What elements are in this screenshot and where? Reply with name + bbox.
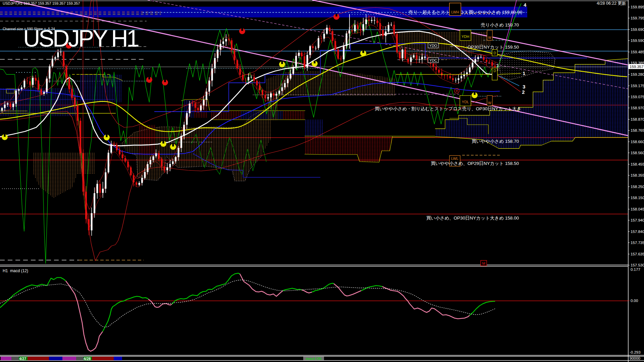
svg-text:158.250: 158.250 [631, 185, 644, 189]
svg-text:157.635: 157.635 [631, 252, 644, 256]
svg-text:USDJPY H1: USDJPY H1 [23, 25, 139, 52]
svg-text:YDH: YDH [462, 35, 469, 39]
svg-text:157.530: 157.530 [631, 263, 644, 267]
svg-text:158.970: 158.970 [631, 106, 644, 110]
svg-text:159.795: 159.795 [631, 16, 644, 20]
svg-text:159.485: 159.485 [631, 50, 644, 54]
svg-text:4/27: 4/27 [19, 357, 26, 361]
svg-text:H1 macd (12): H1 macd (12) [3, 268, 28, 273]
svg-text:YDO: YDO [429, 44, 437, 48]
svg-text:0.00: 0.00 [631, 299, 638, 303]
svg-text:158.355: 158.355 [631, 173, 644, 177]
svg-text:159.590: 159.590 [631, 39, 644, 43]
svg-text:OP30日NYカット 159.50: OP30日NYカット 159.50 [468, 45, 519, 50]
svg-text:YDC: YDC [429, 58, 437, 62]
svg-text:158.870: 158.870 [631, 117, 644, 121]
svg-text:158.455: 158.455 [631, 162, 644, 166]
svg-text:LWL: LWL [451, 157, 459, 161]
svg-text:1: 1 [523, 70, 525, 76]
svg-text:159.075: 159.075 [631, 95, 644, 99]
svg-text:D: D [493, 51, 496, 55]
svg-text:4: 4 [524, 2, 527, 8]
svg-text:159.280: 159.280 [631, 72, 644, 76]
svg-text:158.765: 158.765 [631, 128, 644, 132]
svg-text:W: W [488, 36, 491, 40]
svg-text:W: W [488, 101, 491, 105]
svg-text:M: M [482, 261, 485, 265]
svg-text:USDJPY,H1 159.357 159.357 159: USDJPY,H1 159.357 159.357 159.357 159.35… [3, 1, 80, 5]
svg-text:157.940: 157.940 [631, 218, 644, 222]
svg-text:4/28 06:22 更新: 4/28 06:22 更新 [597, 1, 626, 6]
svg-text:4/28: 4/28 [84, 357, 91, 361]
svg-text:売り小さめ 159.70: 売り小さめ 159.70 [481, 22, 519, 27]
svg-text:159.175: 159.175 [631, 84, 644, 88]
svg-text:158.045: 158.045 [631, 207, 644, 211]
svg-text:0.177: 0.177 [631, 267, 640, 272]
svg-text:2: 2 [522, 89, 525, 95]
svg-text:159.357: 159.357 [630, 65, 644, 69]
svg-text:158.660: 158.660 [631, 140, 644, 144]
svg-text:158.560: 158.560 [631, 151, 644, 155]
svg-text:買い小さめ、OP30日NYカット大きめ 158.00: 買い小さめ、OP30日NYカット大きめ 158.00 [426, 216, 519, 221]
svg-text:3: 3 [523, 84, 525, 89]
svg-text:159.690: 159.690 [631, 27, 644, 32]
svg-text:90000: 90000 [630, 356, 640, 360]
svg-text:売り・超えるとストップロス買いやや小さめ 159.80-90: 売り・超えるとストップロス買いやや小さめ 159.80-90 [409, 10, 522, 15]
svg-text:D: D [493, 69, 496, 73]
svg-text:買いやや小さめ、OP29日NYカット 158.50: 買いやや小さめ、OP29日NYカット 158.50 [431, 161, 519, 166]
svg-text:157.840: 157.840 [631, 230, 644, 234]
svg-text:LWH: LWH [451, 10, 459, 14]
svg-text:macd ON: macd ON [306, 357, 322, 361]
svg-text:買いやや小さめ・割り込むとストップロス売り、OP30日NYカ: 買いやや小さめ・割り込むとストップロス売り、OP30日NYカット大き [375, 106, 521, 111]
svg-text:買いやや小さめ 158.70: 買いやや小さめ 158.70 [472, 139, 519, 144]
svg-text:158.150: 158.150 [631, 196, 644, 200]
svg-text:159.895: 159.895 [631, 5, 644, 9]
svg-text:YDL: YDL [462, 100, 469, 104]
svg-text:157.735: 157.735 [631, 241, 644, 245]
svg-text:-0.293: -0.293 [630, 350, 641, 354]
